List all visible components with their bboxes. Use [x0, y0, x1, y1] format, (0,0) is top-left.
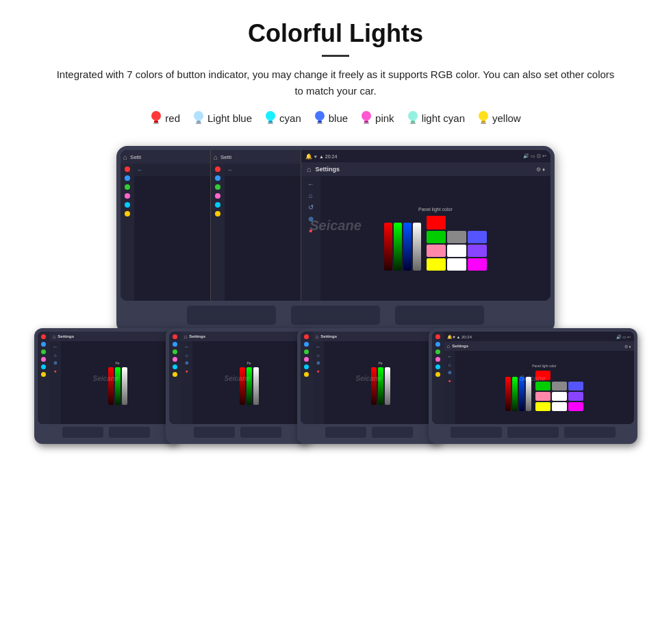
svg-point-3	[194, 111, 203, 121]
bottom-device-row: ⌂ Settings ← ⌂ ⊕ ●	[34, 328, 637, 444]
color-item-cyan: cyan	[264, 109, 301, 127]
svg-rect-13	[364, 121, 368, 123]
svg-rect-19	[481, 121, 485, 123]
svg-rect-4	[197, 121, 201, 123]
sub-screen-2: ⌂ Setti	[211, 150, 301, 301]
device-bottom-large	[121, 301, 550, 330]
header-section: Colorful Lights Integrated with 7 colors…	[0, 0, 671, 146]
svg-rect-16	[411, 121, 415, 123]
svg-point-0	[151, 111, 161, 121]
device-bottom-4: 🔔 ♥ ▲ 20:24 🔊 ▭ ↩ ⌂ Settings ⚙ ♦	[429, 328, 637, 444]
svg-rect-5	[196, 123, 201, 124]
bulb-blue-icon	[314, 109, 326, 127]
bottom-vent-2	[291, 306, 380, 325]
bulb-lightcyan-icon	[407, 109, 419, 127]
svg-rect-2	[153, 123, 159, 124]
color-item-lightblue: Light blue	[192, 109, 252, 127]
bottom-vent-1	[187, 306, 276, 325]
device-bottom-1: ⌂ Settings ← ⌂ ⊕ ●	[34, 328, 178, 444]
color-item-yellow: yellow	[477, 109, 521, 127]
images-section: ⌂ Setti	[0, 146, 671, 644]
device-shell-large: ⌂ Setti	[116, 146, 555, 334]
device-large-top: ⌂ Setti	[116, 146, 555, 334]
svg-rect-17	[410, 123, 416, 124]
svg-point-9	[315, 111, 325, 121]
bottom-vent-3	[395, 306, 484, 325]
bulb-lightblue-icon	[192, 109, 205, 127]
svg-rect-1	[154, 121, 158, 123]
main-screen-right: 🔔 ♥ ▲ 20:24 🔊 ▭ ⊡ ↩ ⌂ Settings	[301, 150, 550, 301]
color-item-lightcyan: light cyan	[407, 109, 465, 127]
svg-rect-11	[317, 123, 322, 124]
svg-rect-7	[268, 121, 273, 123]
svg-rect-20	[481, 123, 486, 124]
device-screen-large: ⌂ Setti	[121, 150, 550, 301]
description-text: Integrated with 7 colors of button indic…	[55, 66, 616, 99]
bulb-pink-icon	[360, 109, 372, 127]
svg-point-15	[408, 111, 418, 121]
bulb-red-icon	[150, 109, 162, 127]
screen-content-large: ⌂ Setti	[121, 150, 550, 301]
title-divider	[322, 55, 349, 57]
svg-point-6	[266, 111, 275, 121]
svg-point-12	[362, 111, 371, 121]
bottom-devices: ⌂ Settings ← ⌂ ⊕ ●	[34, 328, 637, 444]
device-bottom-3: ⌂ Settings ← ⌂ ⊕ ●	[297, 328, 441, 444]
bulb-yellow-icon	[477, 109, 490, 127]
bulb-cyan-icon	[264, 109, 277, 127]
main-title: Colorful Lights	[41, 19, 630, 48]
sub-screen-1: ⌂ Setti	[121, 150, 211, 301]
svg-rect-10	[318, 121, 322, 123]
color-legend: red Light blue cyan	[41, 109, 630, 127]
svg-rect-14	[364, 123, 369, 124]
device-bottom-2: ⌂ Settings ← ⌂ ⊕ ●	[166, 328, 309, 444]
svg-point-18	[479, 111, 488, 121]
color-item-pink: pink	[360, 109, 394, 127]
svg-rect-8	[268, 123, 273, 124]
top-device-row: ⌂ Setti	[116, 146, 555, 334]
color-item-blue: blue	[314, 109, 348, 127]
page-container: Colorful Lights Integrated with 7 colors…	[0, 0, 671, 644]
color-item-red: red	[150, 109, 180, 127]
